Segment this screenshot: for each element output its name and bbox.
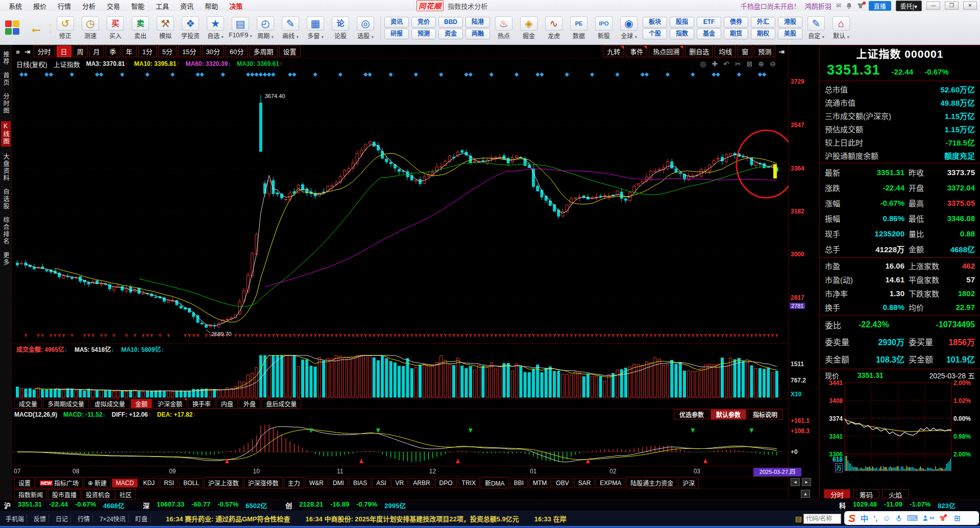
volume-tab-内盘[interactable]: 内盘 — [216, 399, 238, 409]
tab-create-indicator[interactable]: ⊕新建 — [84, 477, 111, 488]
menu-item-2[interactable]: 行情 — [52, 3, 77, 10]
toolbar-button-学投资[interactable]: ❖学投资 — [179, 16, 202, 40]
close-button[interactable]: ✕ — [963, 2, 977, 10]
indicator-tab-ASI[interactable]: ASI — [372, 478, 390, 488]
bell-icon[interactable] — [846, 3, 852, 9]
nav-button-债券[interactable]: 债券 — [724, 17, 748, 28]
up-arrow-icon[interactable]: ↑ — [49, 22, 52, 28]
scroll-right-button[interactable]: ► — [802, 478, 811, 486]
volume-tab-多周期成交量[interactable]: 多周期成交量 — [43, 399, 89, 409]
menu-item-4[interactable]: 交易 — [101, 3, 126, 10]
period-tab-周[interactable]: 周 — [73, 45, 88, 57]
ticker-link-日记[interactable]: 日记 — [53, 514, 71, 523]
chart-tool-tab-预测[interactable]: 预测 — [754, 45, 775, 57]
toolbar-button-默认[interactable]: ⌂默认 ▾ — [830, 16, 852, 40]
mini-chart-plot[interactable] — [844, 381, 952, 472]
scroll-left-button[interactable]: ◄ — [791, 478, 800, 486]
nav-button-股指[interactable]: 股指 — [670, 17, 694, 28]
volume-tab-成交量[interactable]: 成交量 — [14, 399, 42, 409]
nav-button-指数[interactable]: 指数 — [670, 29, 694, 39]
ime-person-icon[interactable]: 59 — [923, 515, 934, 521]
ticker-link-行情[interactable]: 行情 — [75, 514, 93, 523]
volume-tab-换手率[interactable]: 换手率 — [188, 399, 215, 409]
nav-button-ETF[interactable]: ETF — [697, 17, 721, 28]
menu-item-1[interactable]: 报价 — [28, 3, 52, 10]
nav-button-资金[interactable]: 资金 — [438, 29, 463, 39]
ticker-news-0[interactable]: 16:34 赛升药业: 通过药品GMP符合性检查 — [166, 514, 290, 523]
period-tab-月[interactable]: 月 — [89, 45, 104, 57]
sidebar-item-K线图[interactable]: K线图 — [1, 121, 11, 147]
period-tab-多周期[interactable]: 多周期 — [250, 45, 278, 57]
nav-button-港股[interactable]: 港股 — [778, 17, 802, 28]
sidebar-item-更多[interactable]: 更多 — [2, 252, 10, 266]
toolbar-button-自定[interactable]: ✎自定 ▾ — [805, 16, 827, 40]
toolbar-button-掘金[interactable]: ◈掘金 — [518, 16, 540, 40]
period-tab-5分[interactable]: 5分 — [158, 45, 177, 57]
indicator-tab-新DMA[interactable]: 新DMA — [481, 477, 509, 488]
ime-skin-icon[interactable] — [939, 515, 949, 521]
param-button-默认参数[interactable]: 默认参数 — [710, 409, 746, 420]
indicator-tab-KDJ[interactable]: KDJ — [139, 478, 159, 488]
nav-button-两融[interactable]: 两融 — [465, 29, 490, 39]
minimize-button[interactable]: — — [926, 2, 940, 10]
visibility-icon[interactable]: ◎ — [700, 60, 706, 68]
kline-chart[interactable]: YYYYYYYYYYYYYYYYYYYYYYYYYYYYYYYYYYYYYYYY… — [12, 69, 789, 343]
indicator-tab-SAR[interactable]: SAR — [574, 478, 595, 488]
toolbar-button-模拟[interactable]: ⚒模拟 — [154, 16, 177, 40]
indicator-tab-TRIX[interactable]: TRIX — [458, 478, 480, 488]
back-arrow-icon[interactable]: ← — [26, 20, 46, 36]
mini-tab-分时[interactable]: 分时 — [824, 489, 850, 498]
menu-item-3[interactable]: 分析 — [77, 3, 101, 10]
toolbar-button-F10/F9[interactable]: ▤F10/F9 ▾ — [229, 17, 252, 39]
period-tab-分时[interactable]: 分时 — [34, 45, 55, 57]
nav-button-预测[interactable]: 预测 — [411, 29, 436, 39]
news-tab-指数新闻[interactable]: 指数新闻 — [14, 489, 47, 500]
zoom-out-icon[interactable]: ⊖ — [770, 60, 776, 68]
toolbar-button-卖出[interactable]: 卖卖出 — [129, 16, 152, 40]
nav-button-竞价[interactable]: 竞价 — [411, 17, 436, 28]
jump-end-icon-2[interactable]: ⇥ — [777, 47, 786, 56]
chart-tool-tab-删自选[interactable]: 删自选 — [685, 45, 713, 57]
live-button[interactable]: 直播 — [869, 1, 891, 11]
mini-tab-火焰[interactable]: 火焰 — [882, 489, 909, 498]
news-tab-股市直播[interactable]: 股市直播 — [48, 489, 81, 500]
skin-shirt-icon[interactable] — [857, 3, 864, 9]
chart-tool-tab-事件[interactable]: 事件 — [626, 45, 647, 57]
sogou-logo-icon[interactable]: S — [848, 512, 855, 524]
period-tab-设置[interactable]: 设置 — [279, 45, 301, 57]
page-updown-icons[interactable]: ↑↓ — [49, 22, 52, 34]
indicator-tab-BIAS[interactable]: BIAS — [349, 478, 371, 488]
intraday-mini-chart[interactable]: 34413408337433413306618万 2.00%1.02%0.00%… — [820, 381, 980, 472]
restore-button[interactable]: ❐ — [945, 2, 959, 10]
period-tab-30分[interactable]: 30分 — [202, 45, 224, 57]
volume-chart[interactable] — [12, 354, 789, 398]
tab-settings[interactable]: 设置 — [14, 477, 35, 488]
period-tab-日[interactable]: 日 — [57, 45, 71, 57]
indicator-tab-BBI[interactable]: BBI — [510, 478, 528, 488]
down-arrow-icon[interactable]: ↓ — [49, 28, 52, 34]
sidebar-item-首页[interactable]: 首页 — [2, 72, 10, 86]
indicator-tab-OBV[interactable]: OBV — [552, 478, 573, 488]
volume-tab-盘后成交量[interactable]: 盘后成交量 — [261, 399, 301, 409]
nav-button-研报[interactable]: 研报 — [384, 29, 409, 39]
ticker-news-1[interactable]: 16:34 中商股份: 2025年度计划安排基建技改项目22项，投资总额5.9亿… — [306, 514, 519, 523]
volume-tab-沪深金额[interactable]: 沪深金额 — [153, 399, 187, 409]
ime-lang-icon[interactable]: 中 — [861, 513, 868, 523]
period-tab-季[interactable]: 季 — [106, 45, 120, 57]
toolbar-button-测速[interactable]: ◷测速 — [79, 16, 102, 40]
macd-chart[interactable] — [12, 420, 789, 466]
ime-grid-icon[interactable]: ⊞ — [954, 514, 961, 523]
nav-button-期权[interactable]: 期权 — [751, 29, 775, 39]
ticker-link-反馈[interactable]: 反馈 — [31, 514, 49, 523]
jump-end-icon[interactable]: ⇥ — [23, 47, 32, 56]
sidebar-item-分时图[interactable]: 分时图 — [2, 93, 10, 114]
indicator-tab-BOLL[interactable]: BOLL — [179, 478, 203, 488]
chart-tool-tab-九转[interactable]: 九转 — [603, 45, 624, 57]
sidebar-item-大盘资料[interactable]: 大盘资料 — [2, 153, 10, 182]
period-tab-1分[interactable]: 1分 — [138, 45, 157, 57]
mail-icon[interactable]: ✉ — [836, 2, 841, 9]
sidebar-item-推荐[interactable]: 推荐 — [2, 51, 10, 65]
volume-tab-外盘[interactable]: 外盘 — [239, 399, 260, 409]
indicator-tab-RSI[interactable]: RSI — [160, 478, 178, 488]
toolbar-button-龙虎[interactable]: ∿龙虎 — [543, 16, 565, 40]
